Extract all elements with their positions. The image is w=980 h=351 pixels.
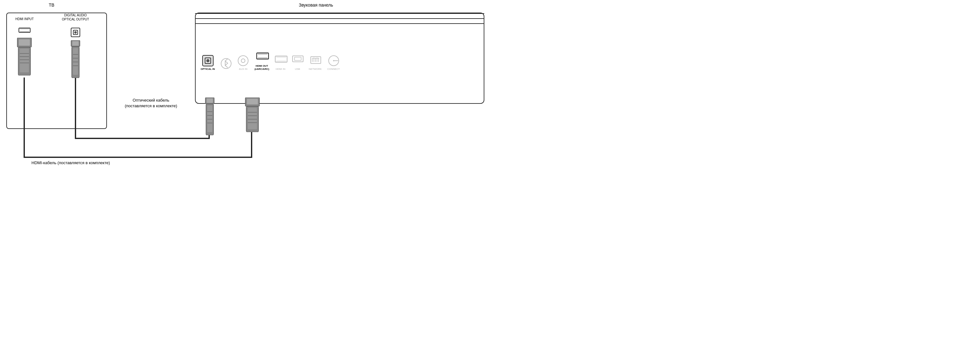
optical-cable-soundbar [203,97,217,135]
svg-point-24 [206,59,210,62]
tv-label: ТВ [49,3,54,8]
optical-in-label: OPTICAL IN [200,68,215,71]
svg-marker-1 [19,28,30,29]
ports-row: OPTICAL IN AUX IN [200,52,340,70]
hdmi-input-label: HDMI INPUT [12,17,37,21]
soundbar-label: Звуковая панель [299,3,333,8]
hdmi-cable-text: HDMI-кабель (поставляется в комплекте) [32,160,110,165]
port-bluetooth [221,58,232,70]
svg-rect-55 [247,99,258,105]
svg-rect-35 [294,57,301,60]
bluetooth-icon [221,58,232,69]
hdmi-plug-tv [16,38,33,75]
port-network: NETWORK [309,55,322,71]
optical-output-label: DIGITAL AUDIO OPTICAL OUTPUT [61,13,90,21]
port-optical-in: OPTICAL IN [200,55,215,71]
network-icon [309,55,321,67]
aux-in-icon [237,55,249,67]
network-label: NETWORK [309,68,322,71]
svg-rect-34 [293,56,303,62]
hdmi-out-label: HDMI OUT (eARC/ARC) [255,65,269,70]
svg-marker-2 [19,31,30,32]
soundbar-lines [195,13,484,28]
svg-marker-32 [275,56,287,58]
svg-point-27 [241,59,245,63]
svg-point-13 [74,31,77,33]
port-usb: USB [292,55,303,71]
svg-rect-49 [207,105,212,132]
port-hdmi-in: HDMI IN [275,55,286,71]
optical-port-tv [71,28,80,37]
svg-rect-57 [248,108,257,129]
svg-marker-29 [257,53,269,55]
svg-rect-17 [73,48,78,75]
svg-rect-4 [19,39,30,46]
svg-rect-47 [207,98,213,103]
connect-label: CONNECT [328,68,340,71]
svg-marker-30 [257,57,269,59]
optical-plug-tv [68,40,83,78]
svg-rect-15 [72,41,79,46]
connect-icon [328,55,339,67]
usb-icon [292,55,303,67]
hdmi-out-icon [256,52,268,63]
hdmi-in-icon [275,55,286,67]
port-aux-in: AUX IN [237,55,249,71]
hdmi-in-label: HDMI IN [276,68,286,71]
hdmi-cable-soundbar [244,97,261,132]
hdmi-port-tv [18,27,31,33]
svg-point-26 [238,56,248,66]
usb-label: USB [295,68,300,71]
optical-cable-text: Оптический кабель (поставляется в компле… [107,97,195,109]
svg-rect-6 [20,49,29,72]
port-hdmi-out: HDMI OUT (eARC/ARC) [255,52,269,70]
port-connect: CONNECT [328,55,340,71]
svg-point-44 [333,60,334,61]
aux-in-label: AUX IN [239,68,248,71]
svg-marker-33 [275,60,287,62]
optical-in-icon [202,55,213,67]
